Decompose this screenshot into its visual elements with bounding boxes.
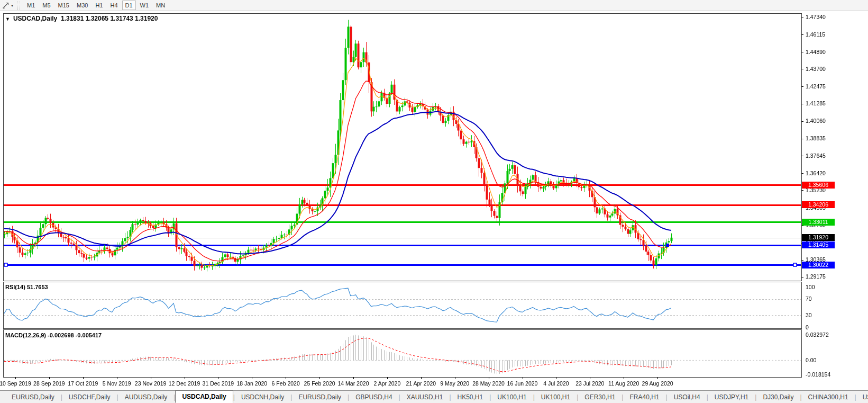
chart-title: ▼USDCAD,Daily 1.31831 1.32065 1.31743 1.… bbox=[5, 15, 158, 22]
date-axis-label: 28 May 2020 bbox=[472, 380, 505, 387]
timeframe-button-h4[interactable]: H4 bbox=[107, 1, 121, 10]
date-axis-label: 18 Jan 2020 bbox=[236, 380, 267, 387]
price-axis-label: 1.47340 bbox=[806, 14, 826, 21]
price-level-label-1.34206: 1.34206 bbox=[802, 201, 835, 208]
timeframe-button-m1[interactable]: M1 bbox=[24, 1, 38, 10]
price-axis-label: 1.43700 bbox=[806, 66, 826, 73]
toolbar: ▾ M1M5M15M30H1H4D1W1MN bbox=[0, 0, 868, 11]
price-axis-label: 1.41285 bbox=[806, 100, 826, 107]
tool-dropdown-arrow[interactable]: ▾ bbox=[11, 3, 13, 8]
timeframe-button-m30[interactable]: M30 bbox=[74, 1, 91, 10]
date-axis-label: 28 Sep 2019 bbox=[33, 380, 65, 387]
price-level-label-1.31920: 1.31920 bbox=[802, 234, 835, 241]
price-level-label-1.31405: 1.31405 bbox=[802, 241, 835, 248]
chart-canvas[interactable] bbox=[0, 11, 868, 390]
chart-tab-china300-h1[interactable]: CHINA300,H1 bbox=[802, 392, 855, 402]
chart-tab-eurusd-daily[interactable]: EURUSD,Daily bbox=[5, 392, 61, 402]
chart-tab-dj30-daily[interactable]: DJ30,Daily bbox=[756, 392, 800, 402]
macd-indicator-label: MACD(12,26,9) -0.002698 -0.005417 bbox=[5, 332, 102, 338]
date-axis-label: 16 Jun 2020 bbox=[507, 380, 538, 387]
price-level-label-1.35606: 1.35606 bbox=[802, 182, 835, 189]
rsi-scale-label: 0 bbox=[806, 324, 809, 331]
date-axis-label: 12 Dec 2019 bbox=[169, 380, 200, 387]
timeframe-button-d1[interactable]: D1 bbox=[122, 1, 136, 10]
price-axis-label: 1.40060 bbox=[806, 118, 826, 124]
toolbar-grip-handle[interactable] bbox=[17, 2, 20, 10]
trendline-tool-icon[interactable] bbox=[2, 1, 10, 10]
chart-ohlc-values: 1.31831 1.32065 1.31743 1.31920 bbox=[61, 15, 158, 22]
date-axis-label: 23 Nov 2019 bbox=[135, 380, 167, 387]
chart-tab-bar: EURUSD,Daily|USDCHF,Daily|AUDUSD,Daily|U… bbox=[0, 390, 868, 403]
drawing-tool-group: ▾ bbox=[0, 0, 15, 11]
chart-collapse-arrow-icon[interactable]: ▼ bbox=[5, 16, 10, 22]
date-axis-label: 9 May 2020 bbox=[440, 380, 469, 387]
timeframe-button-w1[interactable]: W1 bbox=[137, 1, 152, 10]
price-axis-label: 1.44890 bbox=[806, 49, 826, 56]
timeframe-button-h1[interactable]: H1 bbox=[92, 1, 106, 10]
date-axis-label: 23 Jul 2020 bbox=[575, 380, 604, 387]
price-level-label-1.30022: 1.30022 bbox=[802, 262, 835, 268]
rsi-scale-label: 30 bbox=[806, 312, 812, 319]
chart-tab-ger30-h1[interactable]: GER30,H1 bbox=[578, 392, 622, 402]
rsi-scale-label: 100 bbox=[806, 284, 815, 291]
price-level-label-1.33011: 1.33011 bbox=[802, 219, 835, 226]
date-axis-label: 17 Oct 2019 bbox=[68, 380, 98, 387]
chart-tab-usdcnh-daily[interactable]: USDCNH,Daily bbox=[235, 392, 290, 402]
date-axis-label: 11 Aug 2020 bbox=[608, 380, 639, 387]
timeframe-button-m5[interactable]: M5 bbox=[39, 1, 53, 10]
rsi-indicator-label: RSI(14) 51.7653 bbox=[5, 284, 48, 290]
chart-tab-uk100-h1[interactable]: UK100,H1 bbox=[535, 392, 577, 402]
trading-terminal-window: ▾ M1M5M15M30H1H4D1W1MN ▼USDCAD,Daily 1.3… bbox=[0, 0, 868, 403]
chart-tab-gbpusd-h4[interactable]: GBPUSD,H4 bbox=[349, 392, 398, 402]
chart-tab-usdjpy-h1[interactable]: USDJPY,H1 bbox=[708, 392, 755, 402]
price-axis-label: 1.36420 bbox=[806, 170, 826, 177]
date-axis-label: 31 Dec 2019 bbox=[203, 380, 234, 387]
chart-tab-usdchf-daily[interactable]: USDCHF,Daily bbox=[62, 392, 117, 402]
chart-tab-hk50-h1[interactable]: HK50,H1 bbox=[451, 392, 490, 402]
chart-tab-xauusd-h1[interactable]: XAUUSD,H1 bbox=[400, 392, 450, 402]
price-axis-label: 1.38835 bbox=[806, 135, 826, 142]
price-axis-label: 1.37645 bbox=[806, 153, 826, 159]
date-axis-label: 25 Feb 2020 bbox=[304, 380, 335, 387]
price-axis-label: 1.29175 bbox=[806, 273, 826, 280]
price-axis-label: 1.46115 bbox=[806, 31, 825, 38]
macd-scale-label: -0.018154 bbox=[806, 371, 830, 378]
chart-tab-usoil-h4[interactable]: USOil,H4 bbox=[668, 392, 707, 402]
date-axis-label: 29 Aug 2020 bbox=[642, 380, 673, 387]
chart-tab-fra40-h1[interactable]: FRA40,H1 bbox=[623, 392, 665, 402]
date-axis-label: 14 Mar 2020 bbox=[338, 380, 369, 387]
chart-symbol-period: USDCAD,Daily bbox=[13, 15, 57, 22]
price-axis-label: 1.42475 bbox=[806, 83, 826, 90]
date-axis-label: 10 Sep 2019 bbox=[0, 380, 31, 387]
chart-tab-usoil-h1[interactable]: USOil,H1 bbox=[856, 392, 868, 402]
macd-scale-label: 0.00 bbox=[806, 357, 816, 364]
rsi-scale-label: 70 bbox=[806, 295, 812, 302]
chart-area: ▼USDCAD,Daily 1.31831 1.32065 1.31743 1.… bbox=[0, 11, 868, 390]
timeframe-button-m15[interactable]: M15 bbox=[55, 1, 72, 10]
timeframe-button-mn[interactable]: MN bbox=[153, 1, 168, 10]
date-axis-label: 6 Feb 2020 bbox=[272, 380, 300, 387]
date-axis-label: 4 Jul 2020 bbox=[543, 380, 569, 387]
chart-tab-eurusd-daily[interactable]: EURUSD,Daily bbox=[292, 392, 348, 402]
date-axis-label: 21 Apr 2020 bbox=[406, 380, 436, 387]
date-axis-label: 5 Nov 2019 bbox=[103, 380, 131, 387]
macd-scale-label: 0.032972 bbox=[806, 332, 829, 338]
timeframe-button-group: M1M5M15M30H1H4D1W1MN bbox=[23, 0, 169, 11]
chart-tab-uk100-h1[interactable]: UK100,H1 bbox=[491, 392, 533, 402]
chart-tab-audusd-daily[interactable]: AUDUSD,Daily bbox=[118, 392, 174, 402]
chart-tab-usdcad-daily[interactable]: USDCAD,Daily bbox=[175, 390, 233, 403]
date-axis-label: 2 Apr 2020 bbox=[373, 380, 400, 387]
